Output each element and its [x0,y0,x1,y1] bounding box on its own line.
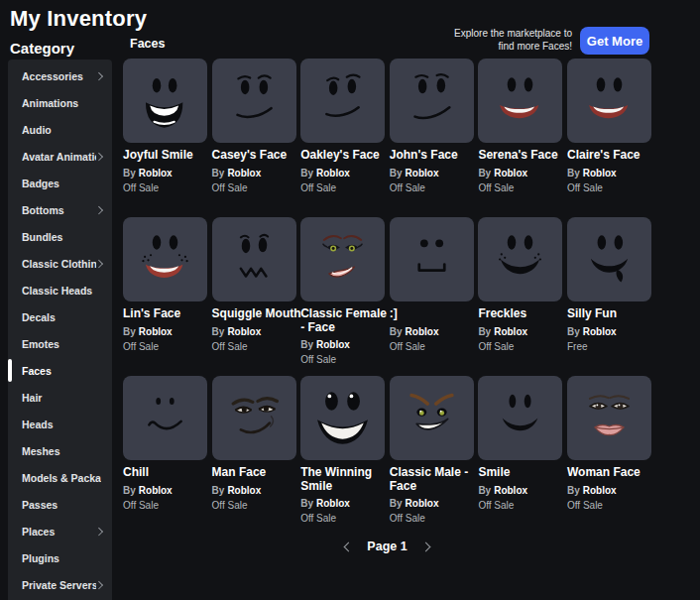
item-card-chill[interactable]: ChillByRobloxOff Sale [123,376,207,535]
item-title: Classic Male - Face [390,466,481,493]
sidebar-item-label: Emotes [22,338,101,350]
sidebar-item-label: Classic Heads [22,285,101,297]
creator-link[interactable]: Roblox [139,168,173,179]
creator-link[interactable]: Roblox [583,326,617,337]
creator-link[interactable]: Roblox [139,326,173,337]
item-card-joyful-smile[interactable]: Joyful SmileByRobloxOff Sale [123,59,207,217]
item-card-claire-s-face[interactable]: Claire's FaceByRobloxOff Sale [567,59,651,217]
item-card-man-face[interactable]: Man FaceByRobloxOff Sale [212,376,296,535]
item-card-silly-fun[interactable]: Silly FunByRobloxFree [567,217,651,376]
sidebar-item-faces[interactable]: Faces [8,357,112,384]
item-title: Casey's Face [212,149,303,163]
item-card-card-9[interactable]: :]ByRobloxOff Sale [390,217,474,376]
category-heading: Category [10,40,74,57]
chevron-right-icon [94,206,102,214]
item-byline: ByRoblox [478,485,562,496]
sidebar-item-heads[interactable]: Heads [8,411,112,437]
sidebar-item-label: Accessories [22,70,96,82]
sidebar-item-avatar-animations[interactable]: Avatar Animations [8,143,112,170]
creator-link[interactable]: Roblox [139,485,173,496]
item-card-classic-female-face[interactable]: Classic Female - FaceByRobloxOff Sale [300,217,385,376]
item-card-lin-s-face[interactable]: Lin's FaceByRobloxOff Sale [123,217,207,376]
face-image [567,217,651,301]
face-image [567,59,651,143]
sidebar-item-badges[interactable]: Badges [8,170,112,196]
item-card-woman-face[interactable]: Woman FaceByRobloxOff Sale [567,376,651,535]
sidebar-item-label: Models & Packages [22,472,101,484]
creator-link[interactable]: Roblox [583,485,617,496]
item-price: Off Sale [478,182,562,193]
creator-link[interactable]: Roblox [406,326,439,337]
face-image [567,376,651,460]
item-title: Man Face [212,466,303,480]
item-card-classic-male-face[interactable]: Classic Male - FaceByRobloxOff Sale [390,376,474,535]
face-image [123,217,207,301]
item-title: Freckles [478,307,569,321]
sidebar-item-emotes[interactable]: Emotes [8,330,112,357]
sidebar-item-label: Plugins [22,552,101,564]
sidebar-item-animations[interactable]: Animations [8,89,112,116]
creator-link[interactable]: Roblox [494,326,527,337]
sidebar-item-classic-clothing[interactable]: Classic Clothing [8,250,112,277]
sidebar-item-audio[interactable]: Audio [8,116,112,143]
creator-link[interactable]: Roblox [494,168,527,179]
sidebar-item-models-packages[interactable]: Models & Packages [8,464,112,491]
item-card-oakley-s-face[interactable]: Oakley's FaceByRobloxOff Sale [300,59,385,217]
face-image [478,59,562,143]
creator-link[interactable]: Roblox [227,326,261,337]
item-price: Off Sale [478,341,562,352]
creator-link[interactable]: Roblox [583,168,617,179]
get-more-button[interactable]: Get More [580,27,649,55]
marketplace-note-line1: Explore the marketplace to [454,27,572,40]
chevron-right-icon [94,153,102,161]
creator-link[interactable]: Roblox [316,168,350,179]
creator-link[interactable]: Roblox [406,498,439,509]
face-image [300,376,385,460]
sidebar-item-private-servers[interactable]: Private Servers [8,571,112,598]
face-image [212,59,296,143]
item-card-squiggle-mouth[interactable]: Squiggle MouthByRobloxOff Sale [212,217,296,376]
item-card-freckles[interactable]: FrecklesByRobloxOff Sale [478,217,562,376]
by-label: By [478,168,491,179]
creator-link[interactable]: Roblox [316,339,350,350]
sidebar-item-classic-heads[interactable]: Classic Heads [8,277,112,303]
creator-link[interactable]: Roblox [494,485,527,496]
item-card-john-s-face[interactable]: John's FaceByRobloxOff Sale [390,59,474,217]
by-label: By [300,339,313,350]
sidebar-item-bottoms[interactable]: Bottoms [8,196,112,223]
item-price: Off Sale [478,500,562,511]
sidebar-item-label: Passes [22,499,101,511]
marketplace-note: Explore the marketplace to find more Fac… [454,27,572,53]
item-card-casey-s-face[interactable]: Casey's FaceByRobloxOff Sale [212,59,296,217]
item-price: Off Sale [212,500,296,511]
by-label: By [390,498,403,509]
item-card-the-winning-smile[interactable]: The Winning SmileByRobloxOff Sale [300,376,385,535]
sidebar-item-decals[interactable]: Decals [8,303,112,330]
sidebar-item-accessories[interactable]: Accessories [8,62,112,89]
item-card-smile[interactable]: SmileByRobloxOff Sale [478,376,562,535]
sidebar-item-bundles[interactable]: Bundles [8,223,112,250]
by-label: By [300,498,313,509]
item-price: Off Sale [123,182,207,193]
sidebar-item-label: Meshes [22,445,101,457]
item-byline: ByRoblox [123,168,207,179]
item-title: Lin's Face [123,307,214,321]
sidebar-item-hair[interactable]: Hair [8,384,112,411]
next-page-icon[interactable] [420,541,430,551]
sidebar-item-places[interactable]: Places [8,518,112,544]
item-card-serena-s-face[interactable]: Serena's FaceByRobloxOff Sale [478,59,562,217]
previous-page-icon[interactable] [344,541,354,551]
sidebar-item-label: Bundles [22,231,101,243]
sidebar-item-plugins[interactable]: Plugins [8,544,112,571]
creator-link[interactable]: Roblox [406,168,439,179]
sidebar-item-label: Badges [22,178,101,189]
sidebar-item-meshes[interactable]: Meshes [8,437,112,464]
by-label: By [567,326,580,337]
sidebar-item-passes[interactable]: Passes [8,491,112,518]
item-title: Classic Female - Face [300,307,392,334]
creator-link[interactable]: Roblox [227,485,261,496]
sidebar-item-label: Avatar Animations [22,151,96,163]
item-price: Off Sale [567,182,651,193]
creator-link[interactable]: Roblox [316,498,350,509]
creator-link[interactable]: Roblox [227,168,261,179]
